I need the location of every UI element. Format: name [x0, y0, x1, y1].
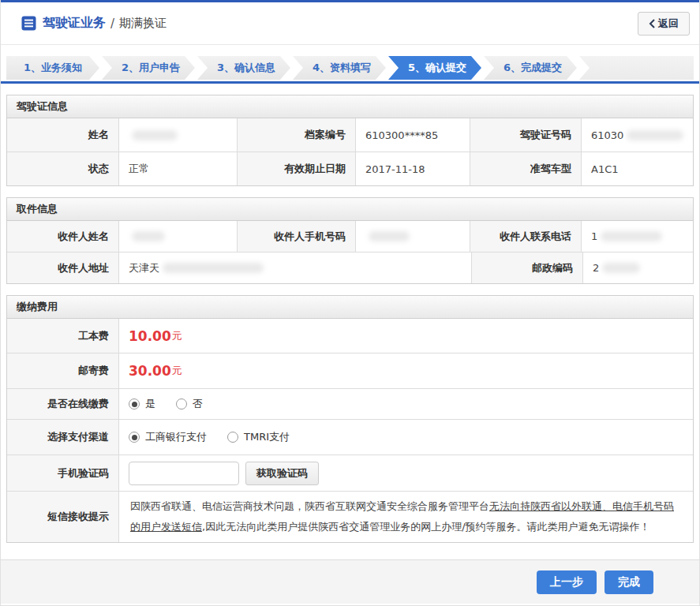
redacted-recipient-phone — [601, 231, 662, 241]
sms-notice-text: 因陕西省联通、电信运营商技术问题，陕西省互联网交通安全综合服务管理平台无法向持陕… — [118, 492, 693, 542]
back-button-label: 返回 — [658, 17, 679, 31]
prev-step-button[interactable]: 上一步 — [537, 570, 597, 594]
sms-code-input[interactable] — [129, 462, 239, 485]
recipient-phone-label: 收件人联系电话 — [470, 221, 581, 252]
channel-label: 选择支付渠道 — [7, 420, 118, 454]
step-progress-bar: 1、业务须知 2、用户申告 3、确认信息 4、资料填写 5、确认提交 6、完成提… — [6, 56, 694, 80]
currency-unit: 元 — [172, 364, 182, 378]
app-header: 驾驶证业务 / 期满换证 返回 — [1, 2, 699, 45]
postal-code-value: 2 — [582, 252, 693, 283]
notice-part1: 因陕西省联通、电信运营商技术问题，陕西省互联网交通安全综合服务管理平台 — [130, 500, 489, 512]
redacted-recipient-name — [132, 231, 165, 241]
recipient-mobile-value — [355, 221, 470, 252]
section-license-info: 驾驶证信息 姓名 档案编号 610300****85 驾驶证号码 61030 状… — [6, 95, 694, 186]
channel-tmri-label: TMRI支付 — [244, 430, 290, 444]
online-pay-no-label: 否 — [193, 397, 203, 411]
postal-code-label: 邮政编码 — [471, 252, 582, 283]
payment-section-title: 缴纳费用 — [7, 296, 693, 319]
step-tab-1[interactable]: 1、业务须知 — [6, 56, 99, 80]
step-tab-6[interactable]: 6、完成提交 — [484, 56, 577, 80]
production-fee-value: 10.00元 — [118, 319, 693, 353]
finish-button[interactable]: 完成 — [605, 570, 653, 594]
license-number-visible-part: 61030 — [591, 129, 623, 141]
section-payment-fees: 缴纳费用 工本费 10.00元 邮寄费 30.00元 是否在线缴费 是 否 — [6, 295, 694, 543]
valid-until-label: 有效期止日期 — [237, 152, 355, 185]
back-button[interactable]: 返回 — [638, 12, 690, 36]
radio-unselected-icon[interactable] — [176, 398, 187, 410]
get-code-button[interactable]: 获取验证码 — [245, 462, 319, 485]
notice-part2: ,因此无法向此类用户提供陕西省交通管理业务的网上办理/预约等服务。请此类用户避免… — [202, 521, 650, 533]
online-pay-option-yes[interactable]: 是 — [129, 397, 155, 411]
channel-icbc-label: 工商银行支付 — [145, 430, 207, 444]
vehicle-class-label: 准驾车型 — [470, 152, 581, 185]
footer-action-bar: 上一步 完成 — [1, 559, 699, 604]
status-value: 正常 — [118, 152, 237, 185]
file-number-label: 档案编号 — [237, 118, 355, 152]
section-pickup-info: 取件信息 收件人姓名 收件人手机号码 收件人联系电话 1 收件人地址 天津天 邮… — [6, 197, 694, 284]
recipient-mobile-label: 收件人手机号码 — [237, 221, 355, 252]
redacted-recipient-mobile — [369, 231, 410, 241]
production-fee-label: 工本费 — [7, 319, 118, 353]
recipient-address-label: 收件人地址 — [7, 252, 118, 283]
mailing-fee-amount: 30.00 — [129, 363, 171, 379]
redacted-name — [132, 130, 178, 140]
name-label: 姓名 — [7, 118, 118, 152]
recipient-address-value: 天津天 — [118, 252, 471, 283]
online-pay-yes-label: 是 — [145, 397, 155, 411]
breadcrumb-separator: / — [110, 17, 114, 31]
production-fee-amount: 10.00 — [129, 328, 171, 344]
name-value — [118, 118, 237, 152]
step-tab-2[interactable]: 2、用户申告 — [102, 56, 195, 80]
sms-code-label: 手机验证码 — [7, 455, 118, 491]
valid-until-value: 2017-11-18 — [355, 152, 470, 185]
mailing-fee-label: 邮寄费 — [7, 354, 118, 388]
license-number-label: 驾驶证号码 — [470, 118, 581, 152]
postal-code-visible-part: 2 — [593, 262, 599, 274]
online-pay-option-no[interactable]: 否 — [176, 397, 203, 411]
redacted-postal-code — [602, 263, 640, 273]
sms-notice-label: 短信接收提示 — [7, 492, 118, 542]
page-title: 驾驶证业务 — [43, 15, 106, 32]
vehicle-class-value: A1C1 — [581, 152, 693, 185]
step-tab-4[interactable]: 4、资料填写 — [293, 56, 386, 80]
recipient-phone-visible-part: 1 — [591, 230, 597, 242]
pickup-section-title: 取件信息 — [7, 198, 693, 221]
step-bar-filler — [579, 56, 694, 80]
redacted-recipient-address — [163, 263, 264, 273]
page-subtitle: 期满换证 — [119, 16, 167, 31]
redacted-license-number — [627, 130, 683, 140]
license-section-title: 驾驶证信息 — [7, 95, 693, 118]
online-pay-options: 是 否 — [118, 389, 693, 419]
radio-unselected-icon[interactable] — [227, 432, 238, 443]
recipient-name-value — [118, 221, 237, 252]
step-tab-5-active[interactable]: 5、确认提交 — [388, 56, 481, 80]
file-number-value: 610300****85 — [355, 118, 470, 152]
currency-unit: 元 — [172, 329, 182, 343]
recipient-phone-value: 1 — [581, 221, 693, 252]
radio-selected-icon[interactable] — [129, 432, 140, 443]
chevron-left-icon — [649, 19, 655, 28]
channel-option-icbc[interactable]: 工商银行支付 — [129, 430, 207, 444]
main-content: 驾驶证信息 姓名 档案编号 610300****85 驾驶证号码 61030 状… — [1, 84, 699, 554]
recipient-name-label: 收件人姓名 — [7, 221, 118, 252]
channel-option-tmri[interactable]: TMRI支付 — [227, 430, 290, 444]
recipient-address-visible-part: 天津天 — [129, 261, 159, 275]
radio-selected-icon[interactable] — [129, 398, 140, 410]
channel-options: 工商银行支付 TMRI支付 — [118, 420, 693, 454]
step-tab-3[interactable]: 3、确认信息 — [197, 56, 290, 80]
mailing-fee-value: 30.00元 — [118, 354, 693, 388]
sms-code-row: 获取验证码 — [118, 455, 693, 491]
form-list-icon — [21, 16, 36, 31]
online-pay-label: 是否在线缴费 — [7, 389, 118, 419]
page: 驾驶证业务 / 期满换证 返回 1、业务须知 2、用户申告 3、确认信息 4、资… — [0, 0, 700, 606]
license-number-value: 61030 — [581, 118, 693, 152]
status-label: 状态 — [7, 152, 118, 185]
